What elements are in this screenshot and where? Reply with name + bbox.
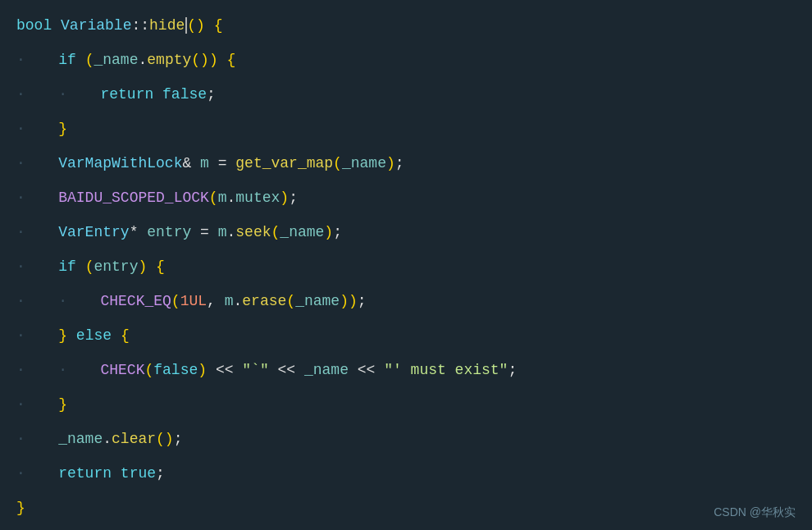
code-line: · · CHECK(false) << "`" << _name << "' m… (0, 353, 812, 387)
watermark: CSDN @华秋实 (714, 505, 796, 520)
code-line: bool Variable::hide() { (0, 8, 812, 43)
code-line: · if (_name.empty()) { (0, 43, 812, 77)
code-line: · if (entry) { (0, 249, 812, 284)
code-line: · } else { (0, 318, 812, 353)
code-line: · · CHECK_EQ(1UL, m.erase(_name)); (0, 284, 812, 318)
code-lines: bool Variable::hide() {· if (_name.empty… (0, 8, 812, 525)
code-line: · return true; (0, 456, 812, 491)
code-line: · VarEntry* entry = m.seek(_name); (0, 215, 812, 249)
code-editor: bool Variable::hide() {· if (_name.empty… (0, 0, 812, 530)
code-line: · } (0, 387, 812, 422)
code-line: · BAIDU_SCOPED_LOCK(m.mutex); (0, 180, 812, 215)
code-line: } (0, 491, 812, 525)
code-line: · VarMapWithLock& m = get_var_map(_name)… (0, 146, 812, 180)
code-line: · _name.clear(); (0, 422, 812, 456)
code-line: · · return false; (0, 77, 812, 112)
code-line: · } (0, 112, 812, 146)
